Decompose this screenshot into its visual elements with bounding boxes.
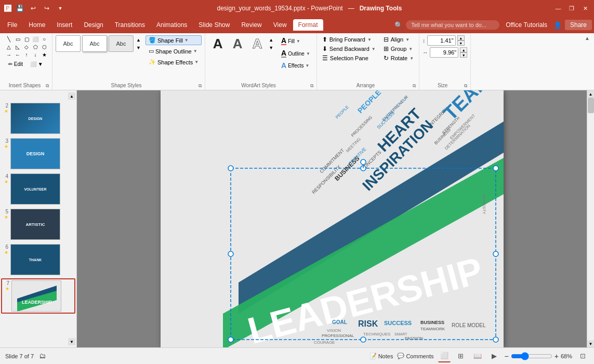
close-btn[interactable]: ✕ — [580, 4, 590, 13]
shape-styles-up[interactable]: ▲ — [135, 36, 142, 44]
height-up[interactable]: ▲ — [457, 35, 465, 41]
notes-btn[interactable]: 📝 Notes — [369, 353, 393, 359]
shape-hex[interactable]: ⬡ — [41, 43, 48, 50]
zoom-slider[interactable] — [511, 352, 552, 360]
slide-5-thumbnail[interactable]: ARTISTIC — [10, 209, 60, 240]
menu-home[interactable]: Home — [23, 19, 50, 31]
slide-thumb-6[interactable]: 6 ★ THANK — [1, 243, 75, 276]
restore-btn[interactable]: ❐ — [567, 4, 576, 13]
menu-format[interactable]: Format — [293, 19, 323, 31]
wordart-up[interactable]: ▲ — [268, 36, 274, 44]
shape-style-1[interactable]: Abc — [56, 35, 81, 52]
shape-styles-expand[interactable]: ⧉ — [199, 83, 202, 89]
shape-down-arrow[interactable]: ↓ — [32, 51, 39, 58]
arrange-expand[interactable]: ⧉ — [413, 83, 416, 89]
slide-thumb-4[interactable]: 4 ★ VOLUNTEER — [1, 172, 75, 206]
zoom-out-btn[interactable]: − — [505, 352, 509, 360]
slide-thumb-5[interactable]: 5 ★ ARTISTIC — [1, 208, 75, 241]
text-effects-btn[interactable]: A Effects ▼ — [278, 60, 313, 71]
slide-6-thumbnail[interactable]: THANK — [10, 244, 60, 275]
slide-thumb-2[interactable]: 2 ★ DESIGN — [1, 102, 75, 135]
shape-fill-btn[interactable]: 🪣 Shape Fill ▼ — [146, 35, 202, 45]
shape-rtriangle[interactable]: ◺ — [14, 43, 21, 50]
width-up[interactable]: ▲ — [460, 47, 467, 52]
wordart-expand[interactable]: ⧉ — [310, 83, 313, 89]
slide-3-thumbnail[interactable]: DESIGN — [10, 138, 60, 169]
shape-rect[interactable]: ▭ — [14, 35, 21, 43]
menu-animations[interactable]: Animations — [151, 19, 192, 31]
ribbon-collapse[interactable]: ▲ — [583, 33, 592, 90]
minimize-btn[interactable]: — — [553, 4, 563, 13]
edit-shape-btn[interactable]: ✏ Edit — [5, 60, 26, 69]
zoom-in-btn[interactable]: + — [555, 352, 559, 360]
menu-file[interactable]: File — [2, 19, 22, 31]
shape-dropdown-btn[interactable]: ⬜ ▼ — [27, 60, 46, 69]
menu-insert[interactable]: Insert — [51, 19, 77, 31]
shape-left-arrow[interactable]: ← — [14, 51, 21, 58]
align-btn[interactable]: ⊟ Align ▼ — [381, 35, 416, 44]
shape-styles-down[interactable]: ▼ — [135, 44, 142, 51]
shape-star[interactable]: ★ — [41, 51, 48, 58]
shape-style-2[interactable]: Abc — [82, 35, 107, 52]
slide-canvas[interactable]: PEOPLE PEOPLE ENTREPRENEUR PROCESSING SU… — [161, 90, 504, 347]
shape-snip-rect[interactable]: ⬜ — [32, 35, 39, 43]
normal-view-btn[interactable]: ⬜ — [438, 350, 451, 362]
shape-penta[interactable]: ⬠ — [32, 43, 39, 50]
comments-btn[interactable]: 💬 Comments — [397, 353, 433, 359]
wordart-style-black[interactable]: A — [208, 35, 227, 52]
slideshow-btn[interactable]: ▶ — [488, 350, 500, 362]
menu-view[interactable]: View — [268, 19, 292, 31]
slide-sorter-btn[interactable]: ⊞ — [455, 350, 467, 362]
slide-panel-toggle[interactable]: 🗂 — [39, 352, 46, 360]
insert-shapes-expand[interactable]: ⧉ — [46, 83, 49, 89]
shape-triangle[interactable]: △ — [5, 43, 12, 50]
menu-review[interactable]: Review — [236, 19, 267, 31]
shape-line[interactable]: ╲ — [5, 35, 12, 43]
shape-diamond[interactable]: ◇ — [23, 43, 30, 50]
scroll-right-up[interactable]: ▲ — [587, 90, 595, 98]
shape-rounded-rect[interactable]: ▢ — [23, 35, 30, 43]
wordart-style-outlined[interactable]: A — [248, 35, 267, 52]
tell-me-input[interactable] — [406, 20, 499, 30]
text-outline-btn[interactable]: A Outline ▼ — [278, 48, 313, 59]
selection-pane-btn[interactable]: ☰ Selection Pane — [320, 54, 378, 62]
wordart-style-gradient[interactable]: A — [228, 35, 247, 52]
scroll-right-down[interactable]: ▼ — [587, 340, 595, 347]
fit-slide-btn[interactable]: ⊡ — [576, 350, 589, 362]
bring-forward-btn[interactable]: ⬆ Bring Forward ▼ — [320, 35, 378, 44]
slide-thumb-7[interactable]: 7 ★ LEADERSHIP — [1, 278, 75, 314]
height-down[interactable]: ▼ — [457, 41, 465, 46]
redo-btn[interactable]: ↪ — [42, 3, 52, 14]
send-backward-btn[interactable]: ⬇ Send Backward ▼ — [320, 45, 378, 53]
shape-circle[interactable]: ○ — [41, 35, 48, 43]
height-input[interactable] — [427, 35, 456, 46]
shape-style-3[interactable]: Abc — [109, 35, 134, 52]
slide-2-thumbnail[interactable]: DESIGN — [10, 103, 60, 134]
share-button[interactable]: Share — [565, 20, 592, 30]
shape-effects-btn[interactable]: ✨ Shape Effects ▼ — [146, 57, 202, 67]
wordart-down[interactable]: ▼ — [268, 44, 274, 51]
shape-outline-btn[interactable]: ▭ Shape Outline ▼ — [146, 46, 202, 56]
shape-up-arrow[interactable]: ↑ — [23, 51, 30, 58]
text-fill-btn[interactable]: A Fill ▼ — [278, 35, 313, 47]
group-btn[interactable]: ⊞ Group ▼ — [381, 45, 416, 53]
quicksave-btn[interactable]: 💾 — [15, 3, 25, 14]
rotate-btn[interactable]: ↻ Rotate ▼ — [381, 54, 416, 62]
slide-panel-scroll-up[interactable]: ▲ — [68, 92, 75, 100]
menu-slideshow[interactable]: Slide Show — [193, 19, 235, 31]
slide-4-thumbnail[interactable]: VOLUNTEER — [10, 173, 60, 205]
slide-panel-scroll-down[interactable]: ▼ — [68, 338, 75, 345]
reading-view-btn[interactable]: 📖 — [471, 350, 484, 362]
customize-btn[interactable]: ▼ — [55, 3, 65, 14]
menu-design[interactable]: Design — [78, 19, 108, 31]
size-expand[interactable]: ⧉ — [464, 83, 467, 89]
scroll-right-thumb[interactable] — [588, 98, 594, 113]
width-down[interactable]: ▼ — [460, 52, 467, 58]
shape-arrow[interactable]: → — [5, 51, 12, 58]
slide-thumb-3[interactable]: 3 ★ DESIGN — [1, 137, 75, 170]
menu-transitions[interactable]: Transitions — [110, 19, 150, 31]
slide-7-thumbnail[interactable]: LEADERSHIP — [11, 280, 61, 312]
undo-btn[interactable]: ↩ — [28, 3, 38, 14]
scroll-right-track[interactable] — [587, 98, 595, 340]
width-input[interactable] — [430, 47, 458, 58]
